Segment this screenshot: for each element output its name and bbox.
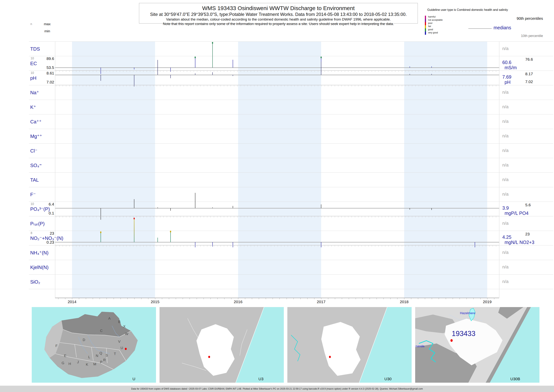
inanda-label: nanda	[416, 344, 424, 348]
sample-spike	[212, 242, 213, 247]
sample-date-tick	[331, 71, 332, 72]
sample-date-tick	[184, 71, 184, 72]
sample-date-tick	[167, 71, 167, 72]
sample-date-tick	[358, 71, 359, 72]
row-max-value: 23	[29, 231, 54, 236]
sample-date-tick	[348, 216, 348, 217]
row-value-na: n/a	[502, 46, 508, 51]
sample-date-tick	[355, 216, 355, 217]
sample-date-tick	[177, 71, 177, 72]
sample-date-tick	[56, 85, 56, 86]
sample-date-tick	[173, 245, 174, 247]
row-divider	[29, 245, 553, 245]
sample-date-tick	[399, 245, 399, 247]
sample-date-tick	[79, 216, 80, 217]
sample-date-tick	[150, 85, 150, 86]
month-tick	[349, 298, 349, 299]
row-value-na: n/a	[502, 119, 508, 124]
sample-date-tick	[466, 71, 466, 72]
month-tick	[266, 298, 266, 299]
panel-label: U	[132, 377, 135, 381]
sample-date-tick	[496, 85, 496, 86]
footer-text: Data for 193433 from copies of DWS datab…	[131, 387, 423, 390]
sample-date-tick	[439, 85, 439, 86]
sample-date-tick	[486, 71, 486, 72]
sample-date-tick	[402, 245, 402, 247]
row-divider	[29, 70, 553, 71]
sample-date-tick	[395, 245, 395, 247]
month-tick	[148, 298, 148, 299]
sample-date-tick	[476, 85, 476, 86]
sample-date-tick	[385, 71, 385, 72]
sample-date-tick	[177, 216, 177, 217]
sample-date-tick	[137, 216, 137, 217]
sample-date-tick	[355, 85, 355, 86]
month-tick	[453, 298, 453, 299]
sample-date-tick	[483, 71, 483, 72]
sample-date-tick	[234, 245, 234, 247]
sample-date-tick	[456, 245, 456, 247]
drainage-letter-V: V	[118, 340, 121, 343]
sample-date-tick	[318, 245, 318, 247]
year-label: 2016	[231, 300, 246, 304]
sample-date-tick	[143, 71, 144, 72]
sample-date-tick	[133, 85, 133, 86]
sample-date-tick	[170, 85, 170, 86]
sample-date-tick	[264, 85, 264, 86]
sample-spike	[195, 193, 195, 208]
sample-date-tick	[214, 85, 214, 86]
sample-date-tick	[382, 85, 382, 86]
sample-date-tick	[432, 216, 432, 217]
sample-date-tick	[93, 85, 93, 86]
sample-spike	[170, 68, 171, 72]
month-tick	[494, 298, 494, 299]
sample-date-tick	[271, 216, 271, 217]
sample-date-tick	[217, 71, 217, 72]
row-value-na: n/a	[502, 104, 508, 109]
sample-date-tick	[83, 85, 83, 86]
sample-date-tick	[442, 71, 443, 72]
row-value-na: n/a	[502, 221, 508, 226]
month-tick	[134, 298, 135, 299]
drainage-letter-N: N	[96, 354, 98, 358]
sample-spike	[101, 233, 101, 242]
sample-date-tick	[170, 216, 170, 217]
row-label-4: Na⁺	[30, 90, 39, 96]
sample-date-tick	[123, 216, 123, 217]
row-label-17: SiO₂	[30, 279, 40, 285]
sample-cap-marker	[100, 231, 101, 233]
sample-date-tick	[261, 216, 261, 217]
row-median-line	[55, 208, 499, 209]
sample-date-tick	[372, 245, 372, 247]
sample-date-tick	[133, 245, 133, 247]
sample-spike	[233, 206, 233, 208]
sample-date-tick	[311, 85, 312, 86]
sample-cap-marker	[195, 56, 196, 58]
sample-date-tick	[372, 85, 372, 86]
sample-date-tick	[422, 216, 422, 217]
sample-date-tick	[143, 216, 144, 217]
site-location-dot	[329, 356, 331, 358]
sample-date-tick	[469, 216, 469, 217]
month-tick	[439, 298, 439, 299]
row-label-5: K⁺	[30, 104, 36, 110]
sample-date-tick	[315, 71, 315, 72]
sample-spike	[409, 66, 410, 68]
sample-date-tick	[130, 85, 130, 86]
sample-date-tick	[442, 85, 443, 86]
sample-date-tick	[130, 245, 130, 247]
sample-spike	[431, 74, 432, 75]
sample-date-tick	[382, 71, 382, 72]
month-tick	[176, 298, 176, 299]
sample-spike	[212, 207, 213, 208]
sample-date-tick	[311, 245, 312, 247]
sample-date-tick	[291, 85, 291, 86]
sample-date-tick	[93, 216, 93, 217]
sample-date-tick	[335, 216, 335, 217]
sample-date-tick	[338, 245, 338, 247]
month-tick	[93, 298, 93, 299]
row-min-value: 0.23	[29, 240, 54, 245]
sample-date-tick	[432, 245, 432, 247]
sample-date-tick	[308, 216, 308, 217]
sample-date-tick	[479, 71, 479, 72]
